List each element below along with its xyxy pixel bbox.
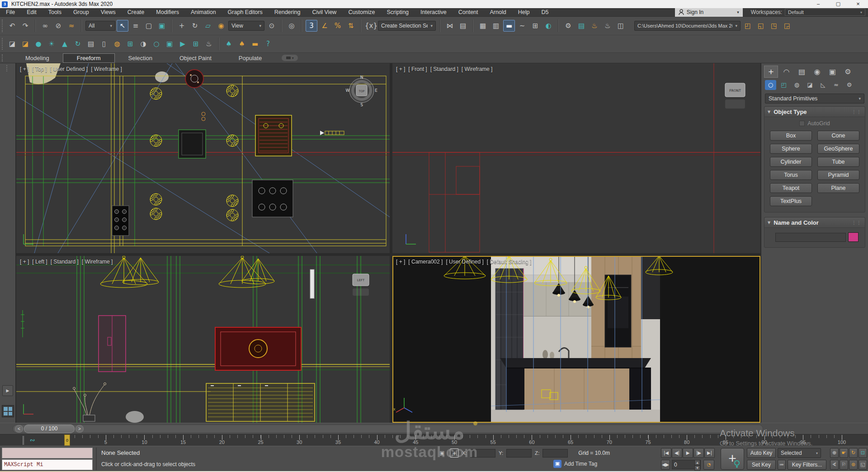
viewport-front[interactable]: [ + ][ Front ][ Standard ][ Wireframe ] <box>392 63 760 253</box>
angle-snap-toggle-icon[interactable]: ∠ <box>319 20 330 32</box>
schematic-view-icon[interactable]: ⊞ <box>529 20 541 32</box>
menu-item-civil-view[interactable]: Civil View <box>306 8 342 17</box>
material-editor-icon[interactable]: ◐ <box>542 20 554 32</box>
set-key-button[interactable]: Set Key <box>747 460 776 470</box>
menu-item-interactive[interactable]: Interactive <box>415 8 453 17</box>
mirror-icon[interactable]: ⋈ <box>444 20 456 32</box>
add-camera-icon[interactable]: ◪ <box>19 38 31 50</box>
time-slider-thumb[interactable]: 0 / 100 <box>24 425 75 433</box>
viewport-label-segment[interactable]: [ + ] <box>20 66 29 72</box>
menu-item-arnold[interactable]: Arnold <box>484 8 512 17</box>
bulb-settings-icon[interactable]: ○ <box>151 38 162 50</box>
sign-in-button[interactable]: Sign In ▾ <box>675 8 743 17</box>
maximize-button[interactable]: ▢ <box>828 0 848 8</box>
track-bar[interactable]: ∾ 05101520253035404550556065707580859095… <box>0 434 868 446</box>
set-keys-button[interactable]: + <box>721 448 744 470</box>
ribbon-tab-populate[interactable]: Populate <box>225 54 275 62</box>
asset-tracking-icon[interactable]: ◲ <box>781 20 793 32</box>
panel-window-icon[interactable]: ▣ <box>164 38 175 50</box>
next-frame-icon[interactable]: |▶ <box>693 448 704 458</box>
menu-item-d5[interactable]: D5 <box>535 8 554 17</box>
menu-item-tools[interactable]: Tools <box>42 8 67 17</box>
primitive-button-tube[interactable]: Tube <box>817 157 859 167</box>
ribbon-tab-modeling[interactable]: Modeling <box>12 54 63 62</box>
toggle-scene-explorer-icon[interactable]: ▦ <box>477 20 489 32</box>
current-frame-marker[interactable]: 0 <box>64 434 70 446</box>
walk-through-icon[interactable]: ⚐ <box>840 460 848 470</box>
camera-viewport-canvas[interactable]: x <box>392 256 760 423</box>
hierarchy-tab-icon[interactable]: ▤ <box>795 66 809 78</box>
primitive-button-cone[interactable]: Cone <box>817 131 859 141</box>
ribbon-tab-freeform[interactable]: Freeform <box>63 53 115 63</box>
render-iterative-icon[interactable]: ♨ <box>602 20 613 32</box>
lights-icon[interactable]: ◍ <box>791 80 802 90</box>
menu-item-views[interactable]: Views <box>95 8 122 17</box>
previous-frame-button[interactable]: < <box>15 425 23 433</box>
x-coordinate-field[interactable] <box>470 449 495 458</box>
menu-item-edit[interactable]: Edit <box>21 8 42 17</box>
teapot-utility-icon[interactable]: ♨ <box>203 38 215 50</box>
layered-images-icon[interactable]: ⊞ <box>124 38 136 50</box>
render-setup-icon[interactable]: ⚙ <box>562 20 574 32</box>
viewport-label-segment[interactable]: [ Front ] <box>408 66 427 72</box>
viewport-label-segment[interactable]: [ User Defined ] <box>50 66 88 72</box>
fire-effect-icon[interactable]: ◍ <box>111 38 123 50</box>
viewport-label-segment[interactable]: [ + ] <box>396 66 405 72</box>
tall-cabinet-wireframe[interactable] <box>99 316 126 372</box>
pan-hand-icon[interactable]: ☛ <box>840 448 848 458</box>
rectangular-selection-region-icon[interactable]: ▢ <box>143 20 155 32</box>
expand-layout-tabs-icon[interactable]: ▶ <box>2 385 13 396</box>
space-warps-icon[interactable]: ≈ <box>830 80 842 90</box>
go-to-start-icon[interactable]: |◀ <box>661 448 671 458</box>
viewport-label-segment[interactable]: [ Wireframe ] <box>91 66 122 72</box>
zoom-extents-all-icon[interactable]: ⊡ <box>859 448 867 458</box>
time-configuration-icon[interactable]: ◔ <box>703 460 714 470</box>
orbit-camera-icon[interactable]: ↻ <box>849 448 858 458</box>
primitive-button-cylinder[interactable]: Cylinder <box>770 157 812 167</box>
absolute-mode-toggle-icon[interactable]: + <box>450 448 459 458</box>
select-and-scale-icon[interactable]: ▱ <box>202 20 214 32</box>
rendered-frame-window-icon[interactable]: ▤ <box>576 20 587 32</box>
mini-curve-editor-icon[interactable]: ∾ <box>23 436 41 445</box>
viewport-layout-icon[interactable]: ⊞ <box>190 38 202 50</box>
send-to-icon[interactable]: ◰ <box>742 20 754 32</box>
auto-key-button[interactable]: Auto Key <box>747 448 776 458</box>
menu-item-graph-editors[interactable]: Graph Editors <box>222 8 269 17</box>
systems-icon[interactable]: ⚙ <box>844 80 855 90</box>
select-and-link-icon[interactable]: ∞ <box>39 20 51 32</box>
undo-icon[interactable]: ↶ <box>6 20 18 32</box>
selection-set-dropdown[interactable]: Selected▾ <box>778 448 821 458</box>
viewport-label-segment[interactable]: [ Left ] <box>32 259 47 265</box>
select-and-place-icon[interactable]: ◉ <box>215 20 227 32</box>
viewport-label-segment[interactable]: [ Standard ] <box>51 259 79 265</box>
viewport-label-segment[interactable]: [ + ] <box>20 259 29 265</box>
align-icon[interactable]: ▤ <box>457 20 469 32</box>
select-and-rotate-icon[interactable]: ↻ <box>189 20 201 32</box>
select-and-move-icon[interactable]: + <box>176 20 188 32</box>
menu-item-customize[interactable]: Customize <box>342 8 381 17</box>
tree-icon[interactable]: ▲ <box>59 38 71 50</box>
add-time-tag-button[interactable]: Add Time Tag <box>564 461 597 467</box>
name-and-color-rollout-header[interactable]: ▼ Name and Color ⋮⋮ <box>764 217 865 228</box>
collapse-panel-icon[interactable]: ▬ <box>249 38 261 50</box>
base-cabinet-wireframe[interactable] <box>206 383 315 421</box>
display-tab-icon[interactable]: ▣ <box>826 66 840 78</box>
use-pivot-point-center-icon[interactable]: ⊙ <box>266 20 278 32</box>
curve-editor-icon[interactable]: ~ <box>516 20 528 32</box>
z-coordinate-field[interactable] <box>542 449 568 458</box>
image-board-icon[interactable]: ▤ <box>85 38 97 50</box>
viewport-top[interactable]: [ + ][ Top ][ User Defined ][ Wireframe … <box>16 63 390 253</box>
primitive-button-plane[interactable]: Plane <box>817 183 859 193</box>
menu-item-modifiers[interactable]: Modifiers <box>150 8 185 17</box>
spinner-snap-toggle-icon[interactable]: ⇅ <box>345 20 357 32</box>
viewport-label-segment[interactable]: [ Default Shading ] <box>487 259 532 265</box>
menu-item-create[interactable]: Create <box>122 8 151 17</box>
snaps-toggle-icon[interactable]: 3 <box>306 20 317 32</box>
oven-wireframe[interactable] <box>215 327 301 370</box>
primitive-button-sphere[interactable]: Sphere <box>770 144 812 154</box>
object-name-field[interactable] <box>775 233 846 242</box>
primitive-button-torus[interactable]: Torus <box>770 170 812 180</box>
ribbon-tab-object-paint[interactable]: Object Paint <box>166 54 225 62</box>
utilities-tab-icon[interactable]: ⚙ <box>841 66 855 78</box>
menu-item-group[interactable]: Group <box>67 8 95 17</box>
